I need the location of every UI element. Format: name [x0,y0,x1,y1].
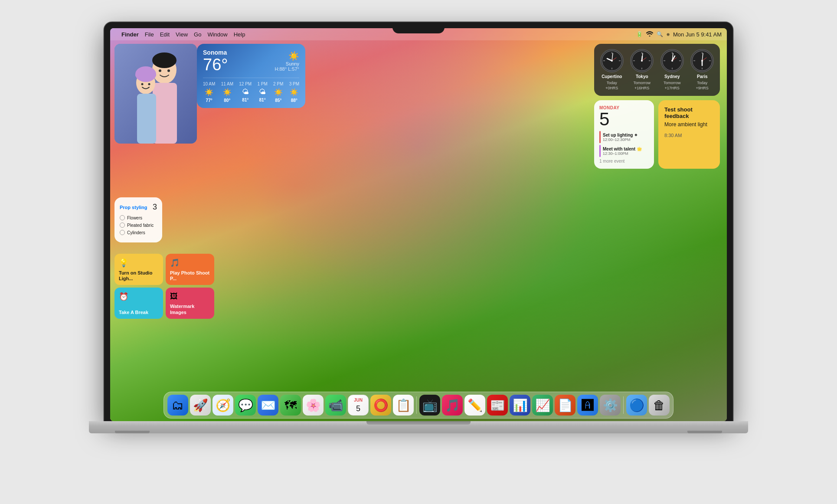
photo-widget [114,44,197,144]
forecast-2pm: 2 PM ☀️ 85° [273,82,283,103]
clock-city-tokyo: Tokyo [636,74,648,79]
clock-offset-paris: Today +9HRS [696,81,709,91]
notes-title: Test shoot feedback [664,106,714,119]
dock-safari[interactable]: 🧭 [213,395,233,416]
menu-go[interactable]: Go [194,31,201,38]
clock-tokyo: Tokyo Tomorrow +16HRS [630,49,654,91]
dock-tv[interactable]: 📺 [419,395,440,416]
weather-high-low: H:88° L:57° [275,66,299,72]
menu-edit[interactable]: Edit [160,31,170,38]
cal-event-time-1: 12:30–1:00PM [603,151,642,156]
menu-help[interactable]: Help [234,31,245,38]
shortcut-label-0: Turn on Studio Ligh... [119,270,159,281]
clock-paris: Paris Today +9HRS [690,49,714,91]
notch [392,22,445,33]
cal-event-title-1: Meet with talent 🌟 [603,147,642,151]
shortcut-icon-3: 🖼 [170,292,210,301]
menubar-left: Finder File Edit View Go Window Help [115,31,245,38]
cal-date: 5 [599,110,649,128]
dock-freeform[interactable]: ✏️ [464,395,485,416]
calendar-widget: MONDAY 5 Set up lighting ✦ 12:00–12:30PM [594,100,654,169]
screen-mirror-icon[interactable]: ⎈ [667,31,670,37]
shortcut-watermark[interactable]: 🖼 Watermark Images [166,288,214,318]
macbook-hinge [366,421,471,425]
screen-bezel: Finder File Edit View Go Window Help 🔋 🔍… [104,22,733,421]
dock-settings[interactable]: ⚙️ [600,395,621,416]
shortcut-take-break[interactable]: ⏰ Take A Break [114,288,163,318]
clock-face-paris [690,49,714,72]
shortcut-play-music[interactable]: 🎵 Play Photo Shoot P... [166,254,214,285]
reminder-item-2: Cylinders [120,230,157,235]
svg-point-39 [671,60,673,62]
reminders-title: Prop styling [120,205,147,210]
clock-offset-tokyo: Tomorrow +16HRS [633,81,651,91]
menu-view[interactable]: View [176,31,188,38]
cal-event-1: Meet with talent 🌟 12:30–1:00PM [599,145,649,157]
dock-messages[interactable]: 💬 [235,395,256,416]
cal-event-time-0: 12:00–12:30PM [603,137,638,142]
clock-city-paris: Paris [697,74,707,79]
notes-time: 8:30 AM [664,133,714,138]
cal-event-title-0: Set up lighting ✦ [603,133,638,137]
dock-numbers[interactable]: 📈 [532,395,553,416]
dock-maps[interactable]: 🗺 [280,395,301,416]
cal-event-info-1: Meet with talent 🌟 12:30–1:00PM [603,147,642,156]
dock-keynote[interactable]: 📊 [510,395,530,416]
svg-point-10 [167,69,170,72]
forecast-icon-1: ☀️ [223,88,232,96]
notes-widget: Test shoot feedback More ambient light 8… [658,100,720,169]
clock-face-cupertino [600,49,624,72]
clock-cupertino: Cupertino Today +0HRS [600,49,624,91]
menu-window[interactable]: Window [207,31,227,38]
shortcut-label-1: Play Photo Shoot P... [170,270,210,281]
dock-mail[interactable]: ✉️ [258,395,278,416]
cal-event-0: Set up lighting ✦ 12:00–12:30PM [599,131,649,143]
foot-left [115,431,150,433]
macbook-base [89,421,748,433]
photo-image [114,44,197,144]
reminders-count: 3 [153,203,157,212]
shortcut-studio-light[interactable]: 💡 Turn on Studio Ligh... [114,254,163,285]
dock-lasso[interactable]: ⭕ [370,395,391,416]
menu-finder[interactable]: Finder [121,31,139,38]
dock-facetime[interactable]: 📹 [325,395,346,416]
dock-separator-2 [623,396,624,414]
svg-rect-8 [137,94,156,144]
dock-pages[interactable]: 📄 [555,395,575,416]
clock-widget: Cupertino Today +0HRS [594,44,720,96]
dock-trash[interactable]: 🗑 [649,395,670,416]
svg-point-3 [152,52,177,68]
cal-events: Set up lighting ✦ 12:00–12:30PM Meet wit… [599,131,649,157]
dock-finder[interactable]: 🗂 [167,395,188,416]
shortcuts-widget: 💡 Turn on Studio Ligh... 🎵 Play Photo Sh… [114,254,214,319]
shortcut-icon-2: ⏰ [119,292,159,301]
forecast-1pm: 1 PM 🌤 81° [257,82,267,103]
dock-photos[interactable]: 🌸 [303,395,324,416]
svg-point-9 [159,69,161,72]
reminder-text-2: Cylinders [127,230,145,235]
dock-accessibility[interactable]: 🔵 [626,395,647,416]
dock-music[interactable]: 🎵 [442,395,463,416]
clock-offset-sydney: Tomorrow +17HRS [664,81,681,91]
menubar-datetime: Mon Jun 5 9:41 AM [673,31,722,38]
screen: Finder File Edit View Go Window Help 🔋 🔍… [110,28,727,421]
dock-launchpad[interactable]: 🚀 [190,395,211,416]
dock-appstore[interactable]: 🅰 [577,395,598,416]
macbook-feet [89,431,748,433]
reminders-header: Prop styling 3 [120,203,157,212]
widgets-area: Cupertino Today +0HRS [594,44,720,169]
reminder-text-1: Pleated fabric [127,223,154,228]
forecast-icon-2: 🌤 [242,88,249,96]
forecast-icon-3: 🌤 [259,88,266,96]
dock-calendar[interactable]: JUN 5 [348,395,369,416]
menu-file[interactable]: File [145,31,154,38]
dock: 🗂 🚀 🧭 💬 ✉️ 🗺 🌸 📹 JUN 5 ⭕ 📋 📺 🎵 ✏️ 📰 [163,392,674,419]
reminder-circle-0 [120,215,125,220]
svg-point-48 [701,60,703,62]
dock-reminders[interactable]: 📋 [393,395,414,416]
shortcut-label-2: Take A Break [119,310,159,315]
search-icon[interactable]: 🔍 [657,31,663,37]
forecast-icon-0: ☀️ [205,88,213,96]
reminder-circle-2 [120,230,125,235]
dock-news[interactable]: 📰 [487,395,508,416]
